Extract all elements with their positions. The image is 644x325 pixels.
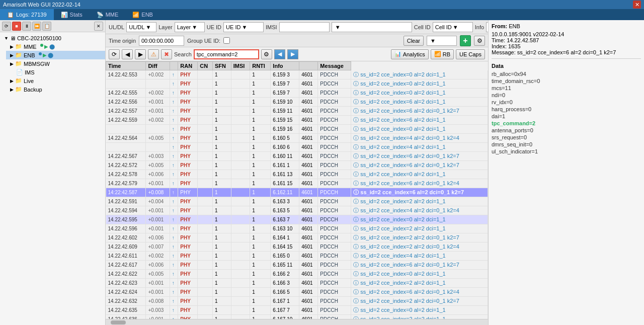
tree-item-backup[interactable]: ▶ 📁 Backup: [6, 85, 105, 94]
table-row[interactable]: 14.22.42.622+0.005↑PHY116.166 24601PDCCH…: [106, 269, 488, 278]
sidebar-btn-stop[interactable]: ■: [12, 22, 21, 31]
error-button[interactable]: ✖: [161, 49, 172, 59]
table-row[interactable]: ↑PHY116.159 74601PDCCHⓘ ss_id=2 cce_inde…: [106, 79, 488, 88]
table-cell-message: ⓘ ss_id=2 cce_index=0 al=2 dci=1_1: [351, 88, 488, 97]
enb-play-icon[interactable]: ▶: [43, 52, 47, 58]
ue-id-dropdown[interactable]: UE ID ▼: [223, 22, 264, 32]
tab-enb[interactable]: 📶 ENB: [125, 9, 160, 20]
refresh-button[interactable]: ⟳: [109, 49, 120, 59]
table-row[interactable]: 14.22.42.596+0.001↑PHY116.163 104601PDCC…: [106, 224, 488, 233]
table-row[interactable]: 14.22.42.567+0.003↑PHY116.160 114601PDCC…: [106, 151, 488, 160]
table-row[interactable]: 14.22.42.557+0.001↑PHY116.159 114601PDCC…: [106, 106, 488, 115]
tree-item-live[interactable]: ▶ 📁 Live: [6, 76, 105, 85]
table-cell: 1: [212, 160, 231, 170]
expand-icon-enb: ▶: [10, 53, 14, 58]
clear-button[interactable]: Clear: [404, 36, 424, 46]
ue-caps-button[interactable]: UE Caps: [456, 49, 485, 59]
table-row[interactable]: 14.22.42.632+0.008↑PHY116.167 14601PDCCH…: [106, 296, 488, 305]
table-cell: PHY: [178, 305, 198, 314]
layer-dropdown[interactable]: Layer ▼: [175, 22, 205, 32]
sidebar-close-btn[interactable]: ✕: [94, 22, 103, 31]
table-row[interactable]: 14.22.42.611+0.002↑PHY116.165 04601PDCCH…: [106, 251, 488, 260]
table-row[interactable]: 14.22.42.579+0.001↑PHY116.161 154601PDCC…: [106, 179, 488, 188]
search-next-button[interactable]: ▶: [287, 49, 298, 59]
prev-button[interactable]: ◀: [122, 49, 133, 59]
sidebar-btn-1[interactable]: ⟳: [2, 22, 11, 31]
warning-button[interactable]: ⚠: [148, 49, 159, 59]
search-input[interactable]: [194, 49, 259, 59]
add-button[interactable]: +: [460, 35, 471, 46]
mme-play-icon[interactable]: ▶: [44, 44, 48, 49]
search-prev-button[interactable]: ◀: [274, 49, 285, 59]
search-options-button[interactable]: ⚙: [261, 49, 272, 59]
next-button[interactable]: ▶: [135, 49, 146, 59]
sidebar-btn-3[interactable]: ⏩: [32, 22, 41, 31]
table-row[interactable]: 14:22:42.587+0.008↑PHY116.162.114601PDCC…: [106, 188, 488, 197]
time-origin-input[interactable]: [139, 36, 184, 46]
ul-dl-dropdown[interactable]: UL/DL ▼: [126, 22, 156, 32]
table-cell: [231, 260, 250, 269]
table-row[interactable]: 14.22.42.556+0.001↑PHY116.159 104601PDCC…: [106, 97, 488, 106]
table-cell: 4601: [299, 179, 318, 188]
tab-stats[interactable]: 📊 Stats: [54, 9, 90, 20]
horizontal-scrollbar[interactable]: [106, 319, 488, 325]
table-row[interactable]: 14.22.42.595+0.001↑PHY116.163 74601PDCCH…: [106, 215, 488, 224]
tree-item-mme[interactable]: ▶ 📁 MME ▶ ⬤: [6, 42, 105, 51]
cell-id-dropdown[interactable]: Cell ID ▼: [433, 22, 473, 32]
table-row[interactable]: 14.22.42.617+0.006↑PHY116.165 114601PDCC…: [106, 260, 488, 269]
imsi-input[interactable]: [279, 22, 330, 32]
table-cell: 4601: [299, 133, 318, 142]
analytics-button[interactable]: 📊 Analytics: [391, 49, 429, 59]
table-row[interactable]: 14.22.42.624+0.001↑PHY116.166 54601PDCCH…: [106, 287, 488, 296]
table-row[interactable]: 14.22.42.553+0.002↑PHY116.159 34601PDCCH…: [106, 70, 488, 79]
table-cell: 4601: [299, 224, 318, 233]
table-row[interactable]: 14.22.42.602+0.006↑PHY116.164 14601PDCCH…: [106, 233, 488, 242]
table-row[interactable]: 14.22.42.594+0.001↑PHY116.163 54601PDCCH…: [106, 206, 488, 215]
table-cell: [106, 124, 146, 133]
log-table-container[interactable]: Time Diff RAN CN SFN IMSI RNTI Info Mess…: [106, 61, 488, 319]
table-cell: [231, 224, 250, 233]
tab-logs[interactable]: 📋 Logs: 27139: [0, 9, 54, 20]
table-row[interactable]: 14.22.42.609+0.007↑PHY116.164 154601PDCC…: [106, 242, 488, 251]
table-row[interactable]: ↑PHY116.159 164601PDCCHⓘ ss_id=2 cce_ind…: [106, 124, 488, 133]
tree-item-mbmsgw[interactable]: ▶ 📁 MBMSGW: [6, 59, 105, 68]
clear-dropdown[interactable]: ▼: [427, 36, 457, 46]
mme-connect-icon[interactable]: ⬤: [49, 44, 55, 49]
tree-item-ims[interactable]: 📄 IMS: [12, 68, 105, 76]
enb-folder-icon: 📁: [15, 52, 22, 58]
table-row[interactable]: 14.22.42.572+0.005↑PHY116.161 14601PDCCH…: [106, 160, 488, 170]
table-cell: PHY: [178, 115, 198, 124]
table-cell: +0.005: [146, 160, 170, 170]
table-cell: PDCCH: [318, 179, 351, 188]
content-area: UL/DL UL/DL ▼ Layer Layer ▼ UE ID UE ID …: [106, 20, 488, 325]
table-cell: 1: [212, 70, 231, 79]
options-button[interactable]: ⚙: [474, 36, 485, 46]
table-cell: PHY: [178, 260, 198, 269]
table-cell: 14.22.42.602: [106, 233, 146, 242]
scrollbar-thumb[interactable]: [111, 320, 126, 324]
search-label: Search: [174, 51, 192, 57]
table-row[interactable]: 14.22.42.578+0.006↑PHY116.161 134601PDCC…: [106, 170, 488, 179]
table-row[interactable]: 14.22.42.635+0.003↑PHY116.167 74601PDCCH…: [106, 305, 488, 314]
table-row[interactable]: 14.22.42.591+0.004↑PHY116.163 34601PDCCH…: [106, 197, 488, 206]
group-ue-id-checkbox[interactable]: [223, 37, 230, 44]
rb-button[interactable]: 📶 RB: [431, 49, 454, 59]
sidebar-btn-2[interactable]: ⏸: [22, 22, 31, 31]
table-cell: [198, 188, 213, 197]
close-button[interactable]: ✕: [633, 1, 641, 9]
table-row[interactable]: 14.22.42.636+0.001↑PHY116.167 104601PDCC…: [106, 314, 488, 319]
table-row[interactable]: 14.22.42.555+0.002↑PHY116.159 74601PDCCH…: [106, 88, 488, 97]
imsi-dropdown[interactable]: ▼: [332, 22, 412, 32]
table-row[interactable]: 14.22.42.564+0.005↑PHY116.160 54601PDCCH…: [106, 133, 488, 142]
sidebar-btn-4[interactable]: 📋: [42, 22, 51, 31]
enb-connect-icon[interactable]: ⬤: [48, 52, 53, 58]
tree-item-cbc[interactable]: ▼ 🖥 CBC-2021050100: [0, 34, 105, 42]
tab-mme[interactable]: 📡 MME: [90, 9, 126, 20]
table-cell-message: ⓘ ss_id=2 cce_index=4 al=2 dci=0_1 k2=4: [351, 133, 488, 142]
tree-item-enb[interactable]: ▶ 📁 ENB ▶ ⬤: [6, 51, 105, 59]
table-row[interactable]: 14.22.42.623+0.001↑PHY116.166 34601PDCCH…: [106, 278, 488, 287]
table-cell-message: ⓘ ss_id=2 cce_index=2 al=2 dci=0_1 k2=4: [351, 242, 488, 251]
table-cell: [231, 179, 250, 188]
table-row[interactable]: ↑PHY116.160 64601PDCCHⓘ ss_id=2 cce_inde…: [106, 142, 488, 151]
table-row[interactable]: 14.22.42.559+0.002↑PHY116.159 154601PDCC…: [106, 115, 488, 124]
